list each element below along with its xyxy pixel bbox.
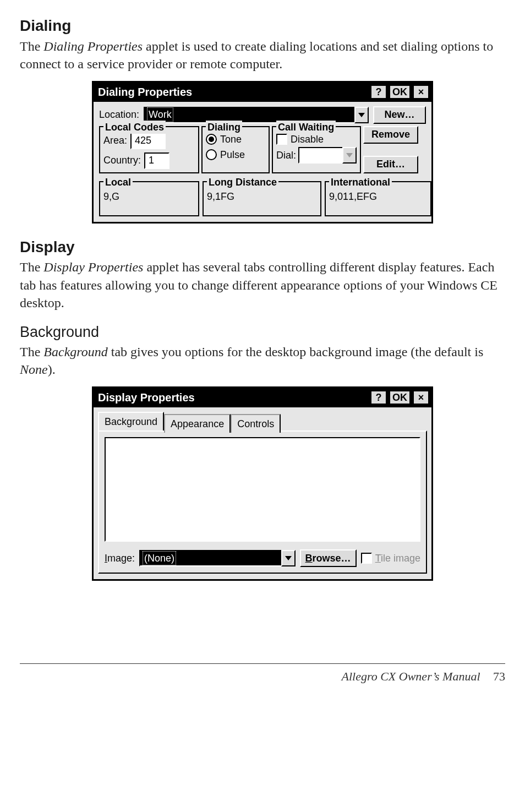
chevron-down-icon[interactable] [354,107,369,123]
help-button[interactable]: ? [370,390,387,405]
country-label: Country: [103,154,141,167]
long-distance-legend: Long Distance [207,176,278,189]
background-panel: Image: (None) Browse… Tile image [98,430,427,574]
text-em: None [20,362,48,377]
display-tabs: Background Appearance Controls [94,407,431,430]
text: ). [48,362,56,377]
display-titlebar: Display Properties ? OK × [94,388,431,407]
image-combo[interactable]: (None) [139,550,296,566]
dialing-legend: Dialing [206,121,242,134]
long-distance-group: Long Distance 9,1FG [203,181,321,216]
local-legend: Local [103,176,133,189]
right-buttons: Remove Edit… [363,126,418,173]
display-title: Display Properties [98,390,368,405]
local-codes-legend: Local Codes [103,121,166,134]
text-em: Background [43,345,107,359]
text-em: Dialing Properties [43,39,143,53]
image-label: Image: [105,552,135,565]
text-em: Display Properties [43,260,143,274]
call-waiting-legend: Call Waiting [276,121,336,134]
background-preview [105,437,420,542]
heading-display: Display [20,237,505,258]
dialing-properties-dialog: Dialing Properties ? OK × Location: Work… [92,81,433,224]
chevron-down-icon[interactable] [281,550,296,566]
disable-checkbox[interactable]: Disable [276,133,324,146]
international-group: International 9,011,EFG [325,181,431,216]
area-label: Area: [103,134,127,147]
browse-button[interactable]: Browse… [300,549,357,567]
tile-image-checkbox[interactable]: Tile image [361,552,420,565]
para-dialing: The Dialing Properties applet is used to… [20,37,505,73]
tile-image-label: Tile image [375,552,420,565]
pulse-radio[interactable]: Pulse [206,148,245,161]
international-legend: International [329,176,392,189]
long-distance-value: 9,1FG [207,188,317,203]
dial-value [298,147,342,164]
ok-button[interactable]: OK [389,390,411,405]
heading-dialing: Dialing [20,15,505,36]
local-value: 9,G [103,188,195,203]
chevron-down-icon [342,147,357,164]
dialing-title: Dialing Properties [98,85,368,100]
text: The [20,345,43,359]
area-input[interactable]: 425 [130,133,166,149]
radio-icon [206,149,217,160]
close-button[interactable]: × [413,85,429,99]
page-footer: Allegro CX Owner’s Manual 73 [20,663,505,685]
disable-label: Disable [291,133,324,146]
para-background: The Background tab gives you options for… [20,343,505,379]
remove-button[interactable]: Remove [363,126,418,144]
tab-background[interactable]: Background [98,412,164,430]
tone-label: Tone [220,133,242,146]
footer-text: Allegro CX Owner’s Manual [342,669,480,683]
dial-label: Dial: [276,149,296,162]
dial-combo[interactable] [298,147,357,164]
help-button[interactable]: ? [370,85,387,99]
pulse-label: Pulse [220,148,245,161]
checkbox-icon [276,134,287,145]
display-properties-dialog: Display Properties ? OK × Background App… [92,386,433,581]
local-group: Local 9,G [99,181,199,216]
new-button[interactable]: New… [373,106,426,124]
call-waiting-group: Call Waiting Disable Dial: [272,126,361,173]
tab-appearance[interactable]: Appearance [164,414,231,433]
close-button[interactable]: × [413,390,429,405]
edit-button[interactable]: Edit… [363,156,418,173]
text: The [20,39,43,53]
page-number: 73 [493,669,505,683]
local-codes-group: Local Codes Area: 425 Country: 1 [99,126,199,173]
dialing-group: Dialing Tone Pulse [201,126,270,173]
ok-button[interactable]: OK [389,85,411,99]
text: tab gives you options for the desktop ba… [108,345,484,359]
heading-background: Background [20,322,505,342]
international-value: 9,011,EFG [329,188,427,203]
checkbox-icon [361,553,372,564]
location-label: Location: [99,108,139,121]
dialing-titlebar: Dialing Properties ? OK × [94,83,431,102]
para-display: The Display Properties applet has severa… [20,258,505,312]
text: The [20,260,43,274]
tab-controls[interactable]: Controls [231,414,281,433]
radio-icon [206,134,217,145]
image-value: (None) [143,551,176,565]
country-input[interactable]: 1 [144,152,169,169]
tone-radio[interactable]: Tone [206,133,242,146]
